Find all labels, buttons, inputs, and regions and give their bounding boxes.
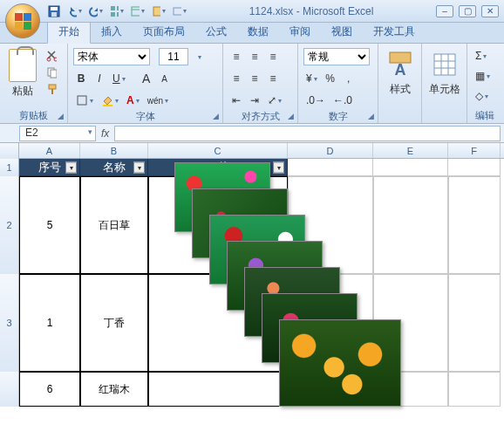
font-size-dropdown[interactable] xyxy=(191,48,207,65)
cell[interactable] xyxy=(373,176,448,274)
col-header-c[interactable]: C xyxy=(148,143,288,158)
number-format-select[interactable]: 常规 xyxy=(303,48,370,65)
shrink-font-button[interactable]: A xyxy=(157,70,173,87)
fill-color-button[interactable] xyxy=(99,92,121,109)
filter-icon[interactable]: ▾ xyxy=(65,161,77,173)
decrease-indent-button[interactable]: ⇤ xyxy=(228,92,244,109)
row-header-2[interactable]: 2 xyxy=(0,176,19,274)
undo-icon[interactable] xyxy=(68,4,82,18)
italic-button[interactable]: I xyxy=(92,70,107,87)
cell[interactable]: 百日草 xyxy=(80,176,148,274)
border-button[interactable] xyxy=(73,92,96,109)
align-top-button[interactable]: ≡ xyxy=(228,48,244,65)
ribbon: 粘贴 剪贴板 ◢ 宋体 B I U A xyxy=(0,44,504,124)
qat-icon-6[interactable] xyxy=(152,4,166,18)
save-icon[interactable] xyxy=(47,4,61,18)
tab-insert[interactable]: 插入 xyxy=(91,21,133,43)
cell[interactable] xyxy=(448,274,501,372)
cell[interactable] xyxy=(288,159,373,176)
grow-font-button[interactable]: A xyxy=(139,70,154,87)
office-button[interactable] xyxy=(5,3,40,38)
qat-icon-5[interactable] xyxy=(131,4,145,18)
group-editing-label: 编辑 xyxy=(473,109,497,122)
table-header-a[interactable]: 序号▾ xyxy=(19,159,80,176)
col-header-b[interactable]: B xyxy=(80,143,148,158)
percent-button[interactable]: % xyxy=(323,70,338,87)
clipboard-dialog-launcher[interactable]: ◢ xyxy=(55,111,65,121)
tab-review[interactable]: 审阅 xyxy=(279,21,321,43)
cell[interactable] xyxy=(448,372,501,407)
embedded-picture[interactable] xyxy=(279,319,401,407)
font-dialog-launcher[interactable]: ◢ xyxy=(210,111,221,121)
close-button[interactable]: ✕ xyxy=(481,5,499,17)
align-middle-button[interactable]: ≡ xyxy=(247,48,262,65)
cell[interactable]: 丁香 xyxy=(80,274,148,372)
cut-icon[interactable] xyxy=(44,49,59,63)
underline-button[interactable]: U xyxy=(110,70,128,87)
name-box[interactable]: E2 xyxy=(19,126,96,141)
cell[interactable]: 1 xyxy=(19,274,80,372)
col-header-f[interactable]: F xyxy=(448,143,501,158)
font-name-select[interactable]: 宋体 xyxy=(73,48,150,65)
redo-icon[interactable] xyxy=(89,4,103,18)
font-color-button[interactable]: A xyxy=(124,92,142,109)
row-header-3[interactable]: 3 xyxy=(0,274,19,372)
align-bottom-button[interactable]: ≡ xyxy=(265,48,281,65)
tab-data[interactable]: 数据 xyxy=(237,21,279,43)
fill-button[interactable]: ▦ xyxy=(473,67,493,85)
cell[interactable] xyxy=(373,159,448,176)
restore-button[interactable]: ▢ xyxy=(459,5,476,17)
col-header-e[interactable]: E xyxy=(373,143,448,158)
paste-button[interactable]: 粘贴 xyxy=(5,47,40,99)
cell[interactable] xyxy=(448,159,501,176)
alignment-dialog-launcher[interactable]: ◢ xyxy=(285,111,296,121)
styles-button[interactable]: A 样式 xyxy=(384,47,416,97)
group-alignment-label: 对齐方式 xyxy=(228,110,292,123)
qat-icon-7[interactable] xyxy=(173,4,187,18)
styles-label: 样式 xyxy=(390,82,411,97)
tab-view[interactable]: 视图 xyxy=(321,21,363,43)
tab-developer[interactable]: 开发工具 xyxy=(363,21,426,43)
decrease-decimal-button[interactable]: ←.0 xyxy=(330,92,355,109)
tab-home[interactable]: 开始 xyxy=(47,20,91,44)
comma-button[interactable]: , xyxy=(341,70,357,87)
row-header-1[interactable]: 1 xyxy=(0,159,19,176)
cell[interactable]: 5 xyxy=(19,176,80,274)
bold-button[interactable]: B xyxy=(73,70,89,87)
orientation-button[interactable]: ⤢ xyxy=(265,92,284,109)
copy-icon[interactable] xyxy=(44,65,59,79)
align-center-button[interactable]: ≡ xyxy=(247,70,262,87)
clear-button[interactable]: ◇ xyxy=(473,87,491,105)
minimize-button[interactable]: – xyxy=(436,5,453,17)
tab-formulas[interactable]: 公式 xyxy=(195,21,237,43)
increase-decimal-button[interactable]: .0→ xyxy=(303,92,328,109)
col-header-a[interactable]: A xyxy=(19,143,80,158)
filter-icon[interactable]: ▾ xyxy=(133,161,145,173)
col-header-d[interactable]: D xyxy=(288,143,373,158)
cell[interactable] xyxy=(448,176,501,274)
align-left-button[interactable]: ≡ xyxy=(228,70,244,87)
currency-button[interactable]: ¥ xyxy=(303,70,320,87)
cell[interactable]: 红瑞木 xyxy=(80,372,148,407)
svg-rect-2 xyxy=(51,12,57,17)
qat-icon-4[interactable] xyxy=(110,4,124,18)
row-header-4[interactable] xyxy=(0,372,19,407)
cell[interactable] xyxy=(148,372,288,407)
autosum-button[interactable]: Σ xyxy=(473,47,489,65)
phonetic-button[interactable]: wén xyxy=(145,92,171,109)
worksheet-grid[interactable]: A B C D E F 1 序号▾ 名称▾ 图片▾ 2 5 百日草 3 xyxy=(0,143,504,445)
table-header-b[interactable]: 名称▾ xyxy=(80,159,148,176)
number-dialog-launcher[interactable]: ◢ xyxy=(365,111,376,121)
select-all-corner[interactable] xyxy=(0,143,19,159)
filter-icon[interactable]: ▾ xyxy=(273,161,284,173)
formula-input[interactable] xyxy=(114,126,501,141)
svg-rect-6 xyxy=(117,12,119,17)
cells-button[interactable]: 单元格 xyxy=(427,47,461,97)
fx-icon[interactable]: fx xyxy=(101,127,109,140)
cell[interactable]: 6 xyxy=(19,372,80,407)
increase-indent-button[interactable]: ⇥ xyxy=(247,92,262,109)
font-size-input[interactable] xyxy=(159,48,188,65)
format-painter-icon[interactable] xyxy=(44,82,59,96)
tab-page-layout[interactable]: 页面布局 xyxy=(133,21,195,43)
align-right-button[interactable]: ≡ xyxy=(265,70,281,87)
